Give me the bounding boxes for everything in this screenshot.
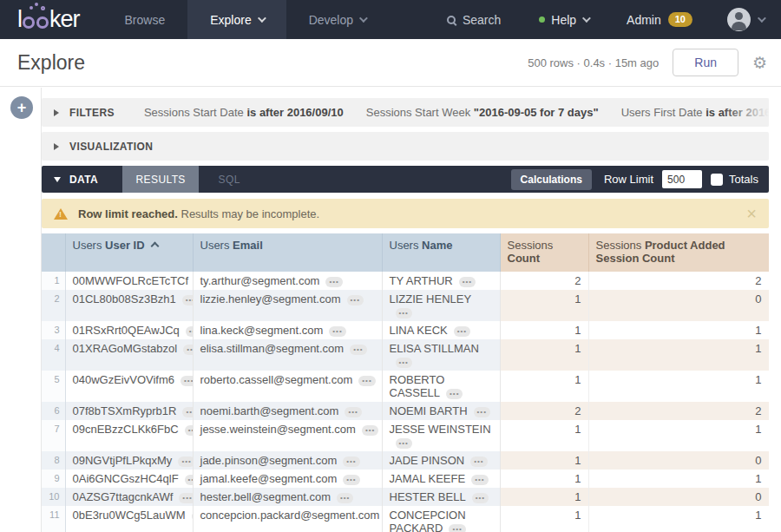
cell-product-added-session-count[interactable]: 1: [588, 420, 769, 451]
cell-count[interactable]: 1: [500, 506, 588, 532]
cell-count[interactable]: 1: [500, 420, 588, 451]
cell-name[interactable]: CONCEPCION PACKARD•••: [382, 506, 500, 532]
run-button[interactable]: Run: [673, 49, 738, 76]
cell-menu-icon[interactable]: •••: [396, 308, 412, 319]
cell-count[interactable]: 1: [500, 290, 588, 321]
filters-bar[interactable]: FILTERS Sessions Start Date is after 201…: [42, 98, 769, 127]
cell-product-added-session-count[interactable]: 1: [588, 470, 769, 488]
header-count[interactable]: Sessions Count: [500, 233, 588, 272]
cell-menu-icon[interactable]: •••: [471, 475, 488, 485]
cell-name[interactable]: TY ARTHUR•••: [382, 272, 500, 290]
cell-name[interactable]: LINA KECK•••: [382, 321, 500, 339]
gear-icon[interactable]: ⚙: [752, 55, 767, 71]
calculations-button[interactable]: Calculations: [511, 169, 592, 190]
cell-product-added-session-count[interactable]: 1: [588, 371, 769, 402]
cell-menu-icon[interactable]: •••: [472, 493, 489, 503]
cell-name[interactable]: JESSE WEINSTEIN•••: [382, 420, 500, 451]
cell-count[interactable]: 1: [500, 321, 588, 339]
cell-name[interactable]: HESTER BELL•••: [382, 488, 500, 506]
cell-name[interactable]: LIZZIE HENLEY•••: [382, 290, 500, 321]
cell-menu-icon[interactable]: •••: [180, 376, 193, 386]
cell-user-id[interactable]: 09cnEBzzCLKk6FbC•••: [65, 420, 193, 451]
cell-menu-icon[interactable]: •••: [446, 389, 463, 399]
cell-user-id[interactable]: 0bE3ru0WCg5LauWM•••: [65, 506, 193, 532]
cell-menu-icon[interactable]: •••: [350, 345, 366, 355]
nav-admin[interactable]: Admin 10: [607, 12, 712, 27]
cell-menu-icon[interactable]: •••: [182, 407, 193, 417]
cell-menu-icon[interactable]: •••: [459, 277, 476, 287]
nav-explore[interactable]: Explore: [187, 0, 285, 39]
cell-count[interactable]: 1: [500, 470, 588, 488]
cell-menu-icon[interactable]: •••: [449, 524, 465, 532]
header-product-added-session-count[interactable]: Sessions Product Added Session Count: [588, 233, 769, 272]
cell-email[interactable]: jamal.keefe@segment.com•••: [193, 470, 382, 488]
cell-menu-icon[interactable]: •••: [470, 456, 487, 467]
cell-count[interactable]: 1: [500, 488, 588, 506]
cell-email[interactable]: lina.keck@segment.com•••: [193, 321, 382, 339]
cell-email[interactable]: roberto.cassell@segment.com•••: [193, 371, 382, 402]
cell-menu-icon[interactable]: •••: [343, 456, 359, 467]
cell-menu-icon[interactable]: •••: [396, 438, 412, 449]
cell-email[interactable]: noemi.barth@segment.com•••: [193, 402, 382, 420]
cell-name[interactable]: ROBERTO CASSELL•••: [382, 371, 500, 402]
cell-name[interactable]: ELISA STILLMAN•••: [382, 339, 500, 371]
data-section-toggle[interactable]: DATA: [42, 166, 110, 193]
cell-menu-icon[interactable]: •••: [186, 326, 193, 337]
cell-menu-icon[interactable]: •••: [329, 326, 345, 337]
nav-help[interactable]: Help: [520, 13, 607, 27]
nav-develop[interactable]: Develop: [286, 0, 388, 39]
cell-menu-icon[interactable]: •••: [343, 475, 359, 485]
cell-menu-icon[interactable]: •••: [325, 277, 342, 287]
cell-email[interactable]: ty.arthur@segment.com•••: [193, 272, 382, 290]
cell-menu-icon[interactable]: •••: [179, 493, 193, 503]
cell-menu-icon[interactable]: •••: [185, 475, 193, 485]
cell-email[interactable]: hester.bell@segment.com•••: [193, 488, 382, 506]
cell-product-added-session-count[interactable]: 2: [588, 402, 769, 420]
cell-user-id[interactable]: 09NGVtjPfLPkqxMy•••: [65, 451, 193, 470]
header-email[interactable]: Users Email: [193, 233, 382, 272]
cell-user-id[interactable]: 00MWWFOLRcETcTCf•••: [65, 272, 193, 290]
cell-user-id[interactable]: 0Ai6GNCGszHC4qlF•••: [65, 470, 193, 488]
cell-menu-icon[interactable]: •••: [347, 295, 364, 305]
cell-email[interactable]: jesse.weinstein@segment.com•••: [193, 420, 382, 451]
row-limit-input[interactable]: [662, 170, 702, 188]
cell-name[interactable]: NOEMI BARTH•••: [382, 402, 500, 420]
cell-email[interactable]: elisa.stillman@segment.com•••: [193, 339, 382, 371]
cell-menu-icon[interactable]: •••: [454, 326, 470, 337]
cell-menu-icon[interactable]: •••: [396, 358, 412, 368]
cell-name[interactable]: JADE PINSON•••: [382, 451, 500, 470]
cell-menu-icon[interactable]: •••: [474, 407, 490, 417]
visualization-bar[interactable]: VISUALIZATION: [42, 132, 769, 161]
cell-menu-icon[interactable]: •••: [362, 425, 378, 436]
cell-count[interactable]: 1: [500, 451, 588, 470]
cell-menu-icon[interactable]: •••: [178, 456, 193, 467]
add-field-button[interactable]: +: [10, 96, 33, 119]
nav-search[interactable]: Search: [428, 13, 520, 27]
cell-product-added-session-count[interactable]: 0: [588, 290, 769, 321]
cell-user-id[interactable]: 07f8bTSXmRyprb1R•••: [65, 402, 193, 420]
cell-product-added-session-count[interactable]: 0: [588, 451, 769, 470]
filter-item[interactable]: Sessions Start Date is after 2016/09/10: [144, 106, 344, 119]
header-name[interactable]: Users Name: [382, 233, 500, 272]
cell-menu-icon[interactable]: •••: [337, 493, 353, 503]
cell-count[interactable]: 1: [500, 339, 588, 371]
cell-count[interactable]: 1: [500, 371, 588, 402]
cell-name[interactable]: JAMAL KEEFE•••: [382, 470, 500, 488]
cell-menu-icon[interactable]: •••: [183, 345, 193, 355]
cell-user-id[interactable]: 040wGzEivVOVifm6•••: [65, 371, 193, 402]
cell-email[interactable]: lizzie.henley@segment.com•••: [193, 290, 382, 321]
cell-menu-icon[interactable]: •••: [345, 407, 361, 417]
cell-product-added-session-count[interactable]: 0: [588, 488, 769, 506]
cell-product-added-session-count[interactable]: 1: [588, 321, 769, 339]
totals-checkbox[interactable]: [711, 174, 723, 186]
tab-sql[interactable]: SQL: [199, 166, 259, 193]
nav-user-menu[interactable]: [712, 8, 769, 31]
cell-user-id[interactable]: 01RSxRrt0QEAwJCq•••: [65, 321, 193, 339]
cell-count[interactable]: 2: [500, 402, 588, 420]
cell-product-added-session-count[interactable]: 1: [588, 339, 769, 371]
cell-email[interactable]: concepcion.packard@segment.com•••: [193, 506, 382, 532]
cell-user-id[interactable]: 01CL80b08Sz3Bzh1•••: [65, 290, 193, 321]
filter-item[interactable]: Sessions Start Week "2016-09-05 for 7 da…: [366, 106, 599, 119]
cell-product-added-session-count[interactable]: 1: [588, 506, 769, 532]
cell-product-added-session-count[interactable]: 2: [588, 272, 769, 290]
